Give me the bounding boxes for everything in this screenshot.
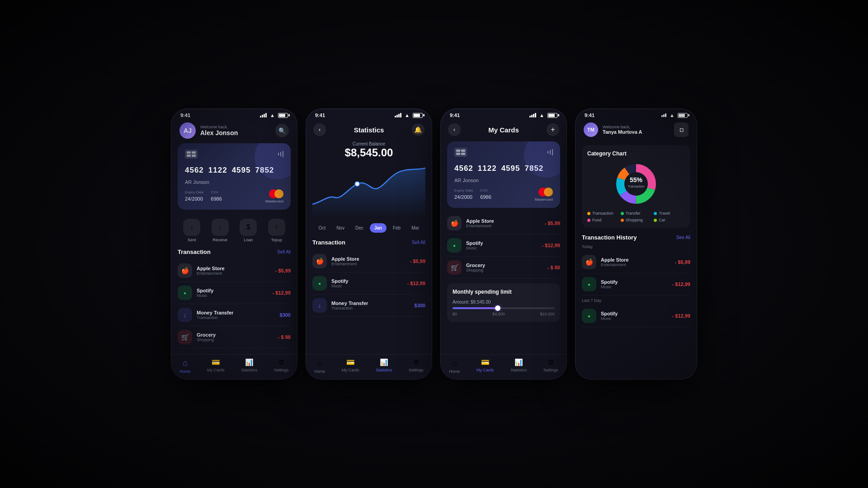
month-jan[interactable]: Jan: [370, 223, 387, 233]
page-header-cards: ‹ My Cards +: [441, 120, 566, 141]
action-buttons: ↑ Sent ↓ Receive $ Loan ↑ Topup: [171, 216, 297, 249]
battery-icon: [547, 113, 557, 118]
spotify-icon: ●: [178, 286, 192, 300]
see-all-button[interactable]: See All: [676, 235, 690, 240]
phone-home: 9:41 ▲ AJ Welcome back, Alex Jonson: [171, 108, 297, 380]
signal-icon: [395, 113, 401, 117]
transaction-item[interactable]: 🍎 Apple Store Entertainment - $5,99: [178, 260, 291, 282]
home-icon: ⌂: [452, 358, 457, 368]
category-chart-title: Category Chart: [587, 150, 685, 157]
month-oct[interactable]: Oct: [314, 223, 330, 233]
transfer-icon: ↓: [178, 308, 192, 322]
nav-statistics[interactable]: 📊 Statistics: [376, 358, 392, 374]
transaction-item[interactable]: ● Spotify Music - $12,99: [447, 235, 560, 257]
status-icons-1: ▲: [260, 113, 288, 118]
transaction-item[interactable]: 🍎 Apple Store Entertainment - $5,99: [582, 251, 690, 273]
nav-home[interactable]: ⌂ Home: [314, 358, 325, 374]
battery-icon: [678, 113, 688, 118]
transaction-list: 🍎 Apple Store Entertainment - $5,99 ● Sp…: [171, 260, 297, 348]
add-card-button[interactable]: +: [547, 123, 559, 136]
card-chip-icon: [185, 150, 198, 159]
loan-button[interactable]: $ Loan: [240, 219, 257, 242]
phone-my-cards: 9:41 ▲ ‹ My Cards +: [440, 108, 567, 380]
tx-info: Apple Store Entertainment: [197, 266, 271, 276]
nav-settings[interactable]: ⚙ Settings: [274, 358, 289, 374]
month-dec[interactable]: Dec: [351, 223, 368, 233]
loan-icon: $: [240, 219, 257, 236]
home-icon: ⌂: [317, 358, 322, 368]
phone-statistics: 9:41 ▲ ‹ Statistics 🔔 Current Balance $8…: [306, 108, 432, 380]
month-feb[interactable]: Feb: [388, 223, 405, 233]
welcome-text: Welcome back,: [200, 125, 238, 129]
topup-button[interactable]: ↑ Topup: [268, 219, 285, 242]
nav-settings[interactable]: ⚙ Settings: [409, 358, 424, 374]
sent-button[interactable]: ↑ Sent: [183, 219, 200, 242]
transaction-title-2: Transaction: [312, 239, 345, 246]
tx-history-section: Transaction History See All Today 🍎 Appl…: [576, 231, 697, 327]
nav-home[interactable]: ⌂ Home: [179, 358, 190, 374]
sell-all-2[interactable]: Sell All: [412, 240, 425, 245]
progress-dot: [495, 305, 500, 311]
nav-cards[interactable]: 💳 My Cards: [207, 358, 225, 374]
nav-label-settings: Settings: [274, 368, 289, 372]
transaction-item[interactable]: ↓ Money Transfer Transaction $300: [178, 304, 291, 326]
wifi-icon: ▲: [270, 113, 275, 118]
transaction-item[interactable]: 🍎 Apple Store Entertainment - $5,99: [447, 212, 560, 235]
transaction-item[interactable]: 🍎 Apple Store Entertainment - $5,99: [312, 250, 425, 272]
statistics-icon: 📊: [514, 358, 523, 366]
legend-travel: Travel: [654, 211, 685, 216]
user-info-4: TM Welcome back, Tanya Murtova A: [584, 122, 642, 137]
receive-button[interactable]: ↓ Receive: [212, 219, 229, 242]
balance-section: Current Balance $8,545.00: [306, 141, 432, 164]
notification-button[interactable]: 🔔: [412, 123, 425, 136]
cards-icon: 💳: [212, 358, 220, 366]
nav-statistics[interactable]: 📊 Statistics: [241, 358, 257, 374]
card-number-3: 4562 1122 4595 7852: [454, 164, 553, 173]
transaction-item[interactable]: 🛒 Grocery Shopping - $ 88: [178, 326, 291, 348]
nav-cards[interactable]: 💳 My Cards: [476, 358, 494, 374]
statistics-chart: [312, 164, 425, 218]
status-icons-3: ▲: [529, 113, 557, 118]
back-button[interactable]: ‹: [448, 123, 461, 136]
transaction-item[interactable]: ● Spotify Music - $12,99: [312, 272, 425, 295]
category-chart-section: Category Chart: [582, 145, 690, 228]
month-mar[interactable]: Mar: [407, 223, 424, 233]
donut-chart: 55% Transaction: [587, 161, 685, 206]
month-nov[interactable]: Nov: [332, 223, 349, 233]
signal-icon: [529, 113, 536, 117]
grocery-icon: 🛒: [447, 260, 462, 275]
tx-info: Money Transfer Transaction: [197, 310, 275, 320]
search-button[interactable]: 🔍: [275, 124, 289, 137]
transaction-item[interactable]: ● Spotify Music - $12,99: [582, 305, 690, 327]
sell-all-button[interactable]: Sell All: [277, 249, 291, 254]
transaction-item[interactable]: ● Spotify Music - $12,99: [582, 273, 690, 296]
sent-icon: ↑: [183, 219, 200, 236]
topup-icon: ↑: [268, 219, 285, 236]
back-button[interactable]: ‹: [313, 123, 326, 136]
legend-shopping: Shopping: [621, 218, 652, 222]
nav-home[interactable]: ⌂ Home: [449, 358, 460, 374]
spotify-icon: ●: [582, 309, 596, 323]
avatar: AJ: [179, 122, 196, 139]
expiry-3: Expiry Date 24/2000: [454, 188, 473, 201]
settings-icon: ⚙: [413, 358, 419, 366]
nav-settings[interactable]: ⚙ Settings: [543, 358, 558, 374]
nav-cards[interactable]: 💳 My Cards: [342, 358, 359, 374]
legend-car: Car: [654, 218, 685, 222]
card-bottom: Expiry Date 24/2000 CVV 6986 Mastercard: [185, 189, 283, 203]
transaction-item[interactable]: 🛒 Grocery Shopping - $ 88: [447, 257, 560, 279]
transaction-list-2: 🍎 Apple Store Entertainment - $5,99 ● Sp…: [306, 250, 432, 317]
page-header-statistics: ‹ Statistics 🔔: [306, 120, 432, 141]
battery-icon: [278, 113, 288, 118]
nav-statistics[interactable]: 📊 Statistics: [510, 358, 527, 374]
tx-name: Money Transfer: [197, 310, 275, 315]
user-avatar-4: ◻: [674, 122, 689, 137]
spending-title: Monthly spending limit: [453, 289, 555, 295]
tx-sub: Entertainment: [197, 271, 271, 276]
spotify-icon: ●: [312, 276, 327, 291]
transaction-item[interactable]: ● Spotify Music - $12,99: [178, 282, 291, 304]
transaction-item[interactable]: ↓ Money Transfer Transaction $300: [312, 295, 425, 317]
month-selector: Oct Nov Dec Jan Feb Mar: [306, 223, 432, 239]
signal-icon: [661, 113, 666, 117]
tx-amount: - $12,99: [273, 290, 291, 296]
